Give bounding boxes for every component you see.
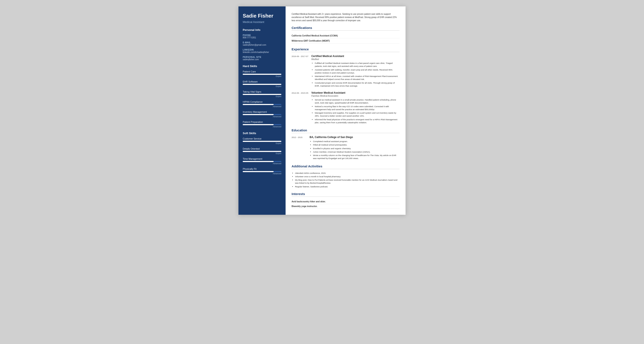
contact-value: sadieqfisher@gmail.com [243, 44, 281, 46]
skill-bar-bg [243, 74, 281, 75]
skill-name: Customer Service [243, 137, 281, 140]
contact-label: LinkedIn [243, 49, 281, 51]
exp-company: Medfast [311, 58, 400, 61]
edu-right: BA, California College of San Diego Comp… [310, 136, 400, 161]
exp-right: Volunteer Medical Assistant Fazekas Medi… [311, 91, 400, 125]
contact-label: Personal Site [243, 56, 281, 58]
skill-level: Expert [243, 95, 281, 98]
contact-item: E-mailsadieqfisher@gmail.com [243, 41, 281, 46]
skill-item: Customer Service Expert [243, 137, 281, 144]
experience-container: 2016-06 - 2017-07 Certified Medical Assi… [292, 55, 400, 125]
exp-bullet: Fulfilled all Certified Medical Assistan… [315, 62, 400, 68]
skill-level: Expert [243, 75, 281, 77]
exp-job-title: Volunteer Medical Assistant [311, 91, 400, 94]
contact-item: LinkedInlinkedin.com/in/sadieqfisher [243, 49, 281, 53]
exp-bullet: Informed the head physician of the pract… [315, 118, 400, 124]
skill-bar-bg [243, 151, 281, 152]
exp-bullet: Assisted patients with walking, transfer… [315, 68, 400, 75]
contact-item: Personal Sitesadieqfisher.com [243, 56, 281, 61]
skill-bar-bg [243, 114, 281, 115]
skill-item: Inventory Management Advanced [243, 111, 281, 118]
skill-bar-fill [243, 94, 281, 95]
exp-bullet: Served as medical assistant in a small p… [315, 98, 400, 105]
skill-level: Advanced [243, 173, 281, 175]
skill-bar-bg [243, 141, 281, 142]
skill-bar-bg [243, 94, 281, 95]
experience-heading: Experience [292, 47, 400, 52]
interest-item: Biweekly yoga instructor. [292, 204, 400, 209]
skill-bar-fill [243, 84, 281, 85]
interest-item: Avid backcountry hiker and skier. [292, 199, 400, 204]
candidate-title: Medical Assistant [243, 20, 281, 24]
exp-bullet: Maintained HIPAA at all times. Assisted … [315, 75, 400, 81]
contact-label: Phone [243, 34, 281, 37]
edu-bullet: Excelled in physics and organic chemistr… [313, 147, 400, 150]
skill-bar-fill [243, 151, 281, 152]
exp-bullet: Noticed a recurring flaw in the way ICD … [315, 105, 400, 111]
main-content: Certified Medical Assistant with 2+ year… [286, 7, 406, 215]
edu-bullets: Completed medical assistant program.Fill… [310, 140, 400, 160]
skill-level: Advanced [243, 126, 281, 128]
resume-wrapper: Sadie Fisher Medical Assistant Personal … [238, 7, 406, 215]
skill-name: Patient Preparation [243, 121, 281, 123]
summary-text: Certified Medical Assistant with 2+ year… [292, 13, 400, 22]
skill-name: Time Management [243, 158, 281, 160]
exp-bullet: Managed inventory and supplies. Put supp… [315, 111, 400, 118]
contact-label: E-mail [243, 41, 281, 44]
skill-item: Details Oriented Expert [243, 147, 281, 155]
hard-skills-container: Patient Care Expert EHR Software Expert … [243, 70, 281, 128]
skill-item: Taking Vital Signs Expert [243, 91, 281, 98]
cert-item: California Certified Medical Assistant (… [292, 33, 400, 38]
exp-dates: 2016-06 - 2017-07 [292, 55, 308, 88]
soft-skills-heading: Soft Skills [243, 132, 281, 135]
exp-bullet: Conducted proper and concise EHR documen… [315, 82, 400, 88]
skill-item: Patient Care Expert [243, 70, 281, 77]
cert-item: Wilderness EMT Certification (WEMT) [292, 38, 400, 44]
exp-right: Certified Medical Assistant Medfast Fulf… [311, 55, 400, 88]
edu-degree: BA, California College of San Diego [310, 136, 400, 139]
skill-name: EHR Software [243, 80, 281, 83]
activities-list: Attended AMSA conference, 2015.Volunteer… [292, 172, 400, 188]
personal-info-heading: Personal Info [243, 28, 281, 32]
skill-item: HIPAA Compliance Advanced [243, 101, 281, 108]
exp-job-title: Certified Medical Assistant [311, 55, 400, 58]
skill-bar-fill [243, 74, 281, 75]
education-heading: Education [292, 128, 400, 133]
skill-level: Advanced [243, 105, 281, 108]
activity-item: Attended AMSA conference, 2015. [295, 172, 400, 175]
skill-name: HIPAA Compliance [243, 101, 281, 103]
certifications-heading: Certifications [292, 26, 400, 31]
edu-bullet: Active member, American Medical Student … [313, 150, 400, 153]
skill-level: Expert [243, 152, 281, 155]
contact-value: linkedin.com/in/sadieqfisher [243, 51, 281, 53]
contacts-container: Phone858-777-5351E-mailsadieqfisher@gmai… [243, 34, 281, 61]
skill-level: Advanced [243, 116, 281, 118]
edu-bullet: Wrote a monthly column on the changing f… [313, 154, 400, 160]
exp-bullets: Served as medical assistant in a small p… [311, 98, 400, 124]
edu-bullet: Filled all medical school prerequisites. [313, 143, 400, 146]
candidate-name: Sadie Fisher [243, 13, 281, 19]
activity-item: Volunteer once a month in local hospital… [295, 175, 400, 178]
skill-bar-bg [243, 104, 281, 105]
skill-bar-fill [243, 124, 274, 125]
edu-bullet: Completed medical assistant program. [313, 140, 400, 143]
activities-heading: Additional Activities [292, 164, 400, 169]
activity-item: Regular listener, Sawbones podcast. [295, 185, 400, 188]
skill-item: EHR Software Expert [243, 80, 281, 88]
skill-name: Physically Fit [243, 168, 281, 170]
skill-bar-bg [243, 124, 281, 125]
exp-company: Fazekas Medical Associates [311, 95, 400, 97]
contact-value: sadieqfisher.com [243, 58, 281, 61]
skill-level: Expert [243, 85, 281, 88]
skill-name: Inventory Management [243, 111, 281, 113]
skill-item: Physically Fit Advanced [243, 168, 281, 175]
exp-bullets: Fulfilled all Certified Medical Assistan… [311, 62, 400, 88]
contact-item: Phone858-777-5351 [243, 34, 281, 39]
skill-bar-fill [243, 171, 274, 172]
activity-item: My blog post, How to Put Patients at Eas… [295, 179, 400, 185]
skill-level: Expert [243, 142, 281, 144]
interests-container: Avid backcountry hiker and skier.Biweekl… [292, 199, 400, 209]
skill-bar-bg [243, 171, 281, 172]
skill-name: Patient Care [243, 70, 281, 73]
contact-value: 858-777-5351 [243, 37, 281, 39]
